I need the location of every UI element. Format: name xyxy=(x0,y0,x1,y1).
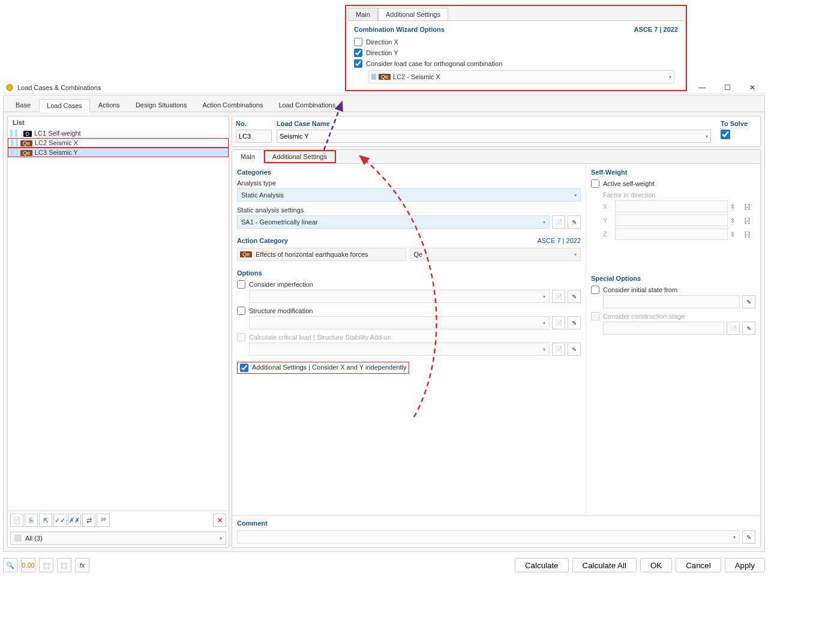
structure-mod-checkbox[interactable] xyxy=(237,307,245,315)
direction-y-checkbox[interactable] xyxy=(354,49,362,57)
structure-mod-row[interactable]: Structure modification xyxy=(237,307,581,315)
callout-tabs: Main Additional Settings xyxy=(348,8,684,21)
minimize-button[interactable]: — xyxy=(692,83,712,92)
name-field[interactable]: ▾ xyxy=(277,130,711,143)
callout-tab-main[interactable]: Main xyxy=(348,8,378,20)
chevron-down-icon: ▾ xyxy=(706,134,708,139)
swap-button[interactable]: ⇄ xyxy=(82,514,95,527)
loadcase-name: LC1 Self-weight xyxy=(34,130,81,137)
badge-light-icon xyxy=(371,74,376,80)
tab-load-combinations[interactable]: Load Combinations xyxy=(271,99,343,112)
copy-item-button[interactable]: ⎘ xyxy=(25,514,38,527)
import-button[interactable]: ⇱ xyxy=(39,514,52,527)
direction-x-row[interactable]: Direction X xyxy=(354,38,678,46)
calculate-button[interactable]: Calculate xyxy=(515,558,569,572)
svg-point-0 xyxy=(7,84,13,91)
filter-button[interactable]: ⬚ xyxy=(57,558,71,572)
factor-y-field[interactable] xyxy=(615,214,728,226)
initial-state-dropdown[interactable] xyxy=(603,295,740,308)
imperfection-dropdown[interactable]: ▾ xyxy=(249,290,550,303)
additional-settings-checkbox[interactable] xyxy=(240,364,248,372)
orthogonal-loadcase-dropdown[interactable]: Qe LC2 - Seismic X ▾ xyxy=(368,70,674,83)
imperfection-row[interactable]: Consider imperfection xyxy=(237,280,581,289)
ok-button[interactable]: OK xyxy=(640,558,672,572)
delete-button[interactable]: ✕ xyxy=(213,514,226,527)
renumber-button[interactable]: ²⁸ xyxy=(97,514,110,527)
loadcase-row[interactable]: QeLC3 Seismic Y xyxy=(8,148,229,157)
factor-x-field[interactable] xyxy=(615,200,728,212)
loadcase-row[interactable]: DLC1 Self-weight xyxy=(8,128,229,138)
category-badge: Qe xyxy=(20,140,32,146)
details-tab-main[interactable]: Main xyxy=(232,150,264,164)
categories-header: Categories xyxy=(237,169,581,176)
spin-icon[interactable]: ⇳ xyxy=(730,217,742,224)
edit-crit-load-button[interactable]: ✎ xyxy=(568,343,581,356)
special-options-header: Special Options xyxy=(591,275,755,282)
uncheck-button[interactable]: ✗✗ xyxy=(68,514,81,527)
chevron-down-icon: ▾ xyxy=(543,220,545,225)
action-category-code-dropdown[interactable]: Qe ▾ xyxy=(410,248,581,261)
tab-design-situations[interactable]: Design Situations xyxy=(128,99,194,112)
name-input[interactable] xyxy=(280,133,706,140)
edit-imperfection-button[interactable]: ✎ xyxy=(568,290,581,303)
help-button[interactable]: 🔍 xyxy=(3,558,17,572)
loadcase-list[interactable]: DLC1 Self-weightQeLC2 Seismic XQeLC3 Sei… xyxy=(8,128,229,511)
consider-orthogonal-row[interactable]: Consider load case for orthogonal combin… xyxy=(354,59,678,68)
edit-settings-button[interactable]: ✎ xyxy=(568,215,581,229)
maximize-button[interactable]: ☐ xyxy=(717,83,737,92)
initial-state-checkbox[interactable] xyxy=(591,286,599,294)
static-settings-dropdown[interactable]: SA1 - Geometrically linear ▾ xyxy=(237,215,550,229)
chevron-down-icon: ▾ xyxy=(220,536,222,541)
consider-orthogonal-checkbox[interactable] xyxy=(354,59,362,68)
tab-action-combinations[interactable]: Action Combinations xyxy=(195,99,270,112)
imperfection-checkbox[interactable] xyxy=(237,280,245,289)
check-button[interactable]: ✓✓ xyxy=(53,514,67,527)
color-swatch-icon xyxy=(16,149,18,156)
details-tab-additional[interactable]: Additional Settings xyxy=(264,150,336,163)
tab-load-cases[interactable]: Load Cases xyxy=(39,99,90,112)
comment-field[interactable]: ▾ xyxy=(237,530,740,544)
main-dialog-frame: Base Load Cases Actions Design Situation… xyxy=(3,95,765,552)
details-left-column: Categories Analysis type Static Analysis… xyxy=(232,164,586,515)
factor-z-field[interactable] xyxy=(615,228,728,240)
direction-x-checkbox[interactable] xyxy=(354,38,362,46)
spin-icon[interactable]: ⇳ xyxy=(730,203,742,210)
direction-y-row[interactable]: Direction Y xyxy=(354,49,678,57)
initial-state-row[interactable]: Consider initial state from xyxy=(591,286,755,294)
no-input[interactable] xyxy=(239,133,269,140)
new-imperfection-button[interactable]: 📄 xyxy=(552,290,565,303)
critical-load-checkbox xyxy=(237,333,245,341)
no-field[interactable] xyxy=(236,130,272,143)
close-button[interactable]: ✕ xyxy=(742,83,763,92)
tab-actions[interactable]: Actions xyxy=(91,99,127,112)
tab-base[interactable]: Base xyxy=(8,99,38,112)
loadcase-row[interactable]: QeLC2 Seismic X xyxy=(8,138,229,148)
filter-dropdown[interactable]: All (3) ▾ xyxy=(10,532,226,545)
active-selfweight-checkbox[interactable] xyxy=(591,179,599,188)
calculate-all-button[interactable]: Calculate All xyxy=(572,558,637,572)
units-button[interactable]: 0.00 xyxy=(21,558,35,572)
apply-button[interactable]: Apply xyxy=(725,558,765,572)
static-settings-label: Static analysis settings xyxy=(237,206,581,214)
analysis-type-dropdown[interactable]: Static Analysis ▾ xyxy=(237,188,581,202)
callout-tab-additional[interactable]: Additional Settings xyxy=(378,8,448,20)
active-selfweight-row[interactable]: Active self-weight xyxy=(591,179,755,188)
edit-comment-button[interactable]: ✎ xyxy=(742,530,755,544)
new-crit-load-button[interactable]: 📄 xyxy=(552,343,565,356)
function-button[interactable]: fx xyxy=(75,558,89,572)
details-tabs: Main Additional Settings xyxy=(232,150,760,164)
cancel-button[interactable]: Cancel xyxy=(676,558,721,572)
tree-button[interactable]: ⬚ xyxy=(39,558,53,572)
spin-icon[interactable]: ⇳ xyxy=(730,231,742,238)
color-swatch-icon xyxy=(11,139,13,146)
edit-structure-mod-button[interactable]: ✎ xyxy=(568,316,581,329)
color-swatch-icon xyxy=(11,149,13,156)
solve-checkbox[interactable] xyxy=(721,130,730,139)
edit-constr-button[interactable]: ✎ xyxy=(742,322,755,335)
new-item-button[interactable]: 📄 xyxy=(10,514,23,527)
edit-initial-state-button[interactable]: ✎ xyxy=(742,295,755,308)
new-structure-mod-button[interactable]: 📄 xyxy=(552,316,565,329)
new-constr-button[interactable]: 📄 xyxy=(727,322,740,335)
new-settings-button[interactable]: 📄 xyxy=(552,215,565,229)
structure-mod-dropdown[interactable]: ▾ xyxy=(249,316,550,329)
